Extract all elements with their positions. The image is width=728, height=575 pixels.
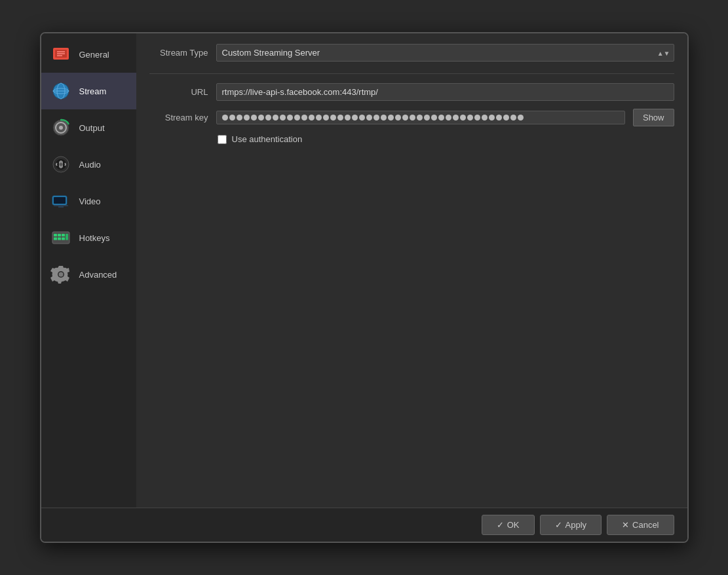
svg-rect-21 — [54, 234, 57, 236]
stream-key-dot — [316, 115, 322, 121]
use-auth-checkbox[interactable] — [218, 135, 227, 144]
stream-type-label: Stream Type — [149, 48, 208, 58]
sidebar-item-advanced[interactable]: Advanced — [41, 256, 136, 293]
stream-key-dot — [287, 115, 293, 121]
stream-key-dot — [467, 115, 473, 121]
stream-key-dot — [273, 115, 278, 121]
cancel-button[interactable]: ✕ Cancel — [607, 515, 674, 535]
stream-key-dot — [337, 115, 343, 121]
apply-button[interactable]: ✓ Apply — [540, 515, 602, 535]
svg-rect-24 — [54, 238, 57, 240]
stream-key-dot — [309, 115, 315, 121]
stream-type-row: Stream Type Custom Streaming Server Twit… — [149, 44, 674, 62]
dots-visual — [222, 115, 524, 121]
video-icon — [49, 189, 73, 213]
stream-key-dot — [381, 115, 387, 121]
stream-key-dot — [345, 115, 351, 121]
stream-key-dot — [446, 115, 451, 121]
stream-key-dot — [323, 115, 329, 121]
stream-key-dot — [417, 115, 423, 121]
main-content: Stream Type Custom Streaming Server Twit… — [136, 33, 687, 508]
audio-icon — [49, 153, 73, 176]
show-key-button[interactable]: Show — [633, 109, 674, 126]
stream-key-dot — [482, 115, 488, 121]
settings-dialog: General Stream — [40, 32, 689, 543]
stream-key-dot — [374, 115, 379, 121]
svg-point-11 — [59, 126, 63, 130]
apply-icon: ✓ — [555, 520, 562, 530]
svg-rect-25 — [58, 238, 61, 240]
stream-key-dot — [438, 115, 444, 121]
stream-key-dot — [424, 115, 430, 121]
svg-rect-26 — [62, 238, 65, 240]
sidebar-item-stream[interactable]: Stream — [41, 73, 136, 109]
stream-key-dot — [453, 115, 459, 121]
sidebar-item-advanced-label: Advanced — [79, 270, 117, 280]
sidebar-item-general-label: General — [79, 50, 109, 60]
stream-key-dot — [258, 115, 264, 121]
stream-key-label: Stream key — [149, 113, 208, 122]
stream-key-dot — [352, 115, 358, 121]
dialog-footer: ✓ OK ✓ Apply ✕ Cancel — [41, 508, 687, 542]
sidebar-item-hotkeys-label: Hotkeys — [79, 233, 110, 243]
sidebar-item-stream-label: Stream — [79, 86, 107, 96]
ok-button[interactable]: ✓ OK — [482, 515, 535, 535]
divider — [149, 73, 674, 74]
svg-rect-22 — [58, 234, 61, 236]
sidebar-item-hotkeys[interactable]: Hotkeys — [41, 219, 136, 256]
stream-key-dot — [244, 115, 250, 121]
sidebar-item-video[interactable]: Video — [41, 183, 136, 219]
use-auth-label[interactable]: Use authentication — [232, 134, 303, 144]
stream-key-dot — [460, 115, 466, 121]
stream-key-dot — [280, 115, 286, 121]
stream-key-dot — [237, 115, 242, 121]
stream-key-dot — [251, 115, 257, 121]
cancel-label: Cancel — [632, 520, 659, 530]
stream-key-dot — [301, 115, 307, 121]
stream-key-row: Stream key Show — [149, 109, 674, 126]
output-icon — [49, 116, 73, 139]
stream-key-dots-container — [216, 111, 625, 124]
ok-label: OK — [507, 520, 520, 530]
svg-rect-23 — [62, 234, 65, 236]
stream-type-select[interactable]: Custom Streaming Server Twitch YouTube -… — [216, 44, 674, 62]
stream-key-dot — [229, 115, 235, 121]
sidebar-item-general[interactable]: General — [41, 36, 136, 73]
stream-key-dot — [366, 115, 372, 121]
stream-key-dot — [222, 115, 228, 121]
stream-key-dot — [496, 115, 502, 121]
use-auth-row: Use authentication — [218, 134, 674, 144]
stream-key-dot — [402, 115, 408, 121]
stream-key-dot — [294, 115, 300, 121]
stream-icon — [49, 79, 73, 103]
svg-rect-17 — [54, 197, 66, 204]
stream-key-dot — [265, 115, 271, 121]
svg-rect-27 — [66, 234, 68, 240]
url-label: URL — [149, 87, 208, 97]
stream-key-dot — [395, 115, 401, 121]
cancel-icon: ✕ — [622, 520, 629, 530]
stream-key-dot — [410, 115, 415, 121]
apply-label: Apply — [565, 520, 587, 530]
stream-key-dot — [518, 115, 524, 121]
svg-point-14 — [59, 163, 62, 166]
url-row: URL — [149, 83, 674, 101]
sidebar-item-output-label: Output — [79, 123, 105, 133]
dialog-body: General Stream — [41, 33, 687, 508]
sidebar-item-audio[interactable]: Audio — [41, 146, 136, 183]
svg-rect-19 — [58, 206, 64, 208]
stream-key-dot — [388, 115, 394, 121]
stream-key-dot — [510, 115, 516, 121]
advanced-icon — [49, 263, 73, 286]
sidebar-item-audio-label: Audio — [79, 160, 101, 170]
sidebar-item-output[interactable]: Output — [41, 109, 136, 146]
stream-type-select-wrapper: Custom Streaming Server Twitch YouTube -… — [216, 44, 674, 62]
sidebar: General Stream — [41, 33, 136, 508]
stream-key-dot — [359, 115, 365, 121]
sidebar-item-video-label: Video — [79, 196, 101, 206]
ok-icon: ✓ — [497, 520, 504, 530]
hotkeys-icon — [49, 226, 73, 250]
general-icon — [49, 43, 73, 66]
svg-point-29 — [58, 272, 63, 277]
url-input[interactable] — [216, 83, 674, 101]
